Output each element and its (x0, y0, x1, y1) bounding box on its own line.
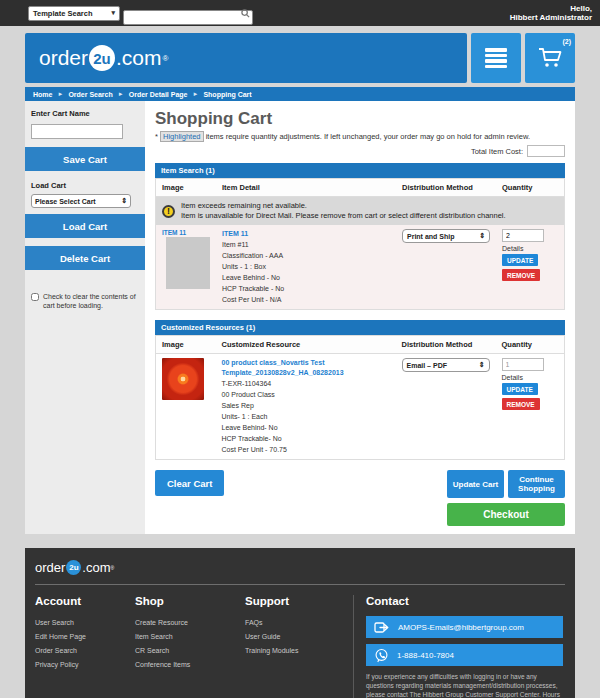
logo-pre: order (39, 46, 88, 70)
highlight-note: * Highlighted items require quantity adj… (155, 132, 565, 141)
resource-quantity-input[interactable] (502, 358, 544, 371)
clear-cart-button[interactable]: Clear Cart (155, 470, 224, 496)
note-text: items require quantity adjustments. If l… (206, 132, 530, 141)
total-cost-label: Total Item Cost: (471, 147, 523, 156)
load-cart-button[interactable]: Load Cart (25, 214, 145, 238)
resource-distribution-cell: Email – PDF ⇕ (396, 354, 496, 460)
item-details-link[interactable]: Details (502, 245, 558, 252)
item-detail-line: Cost Per Unit - N/A (222, 294, 390, 305)
footer-link-edit-home-page[interactable]: Edit Home Page (35, 630, 135, 644)
col-quantity: Quantity (496, 179, 565, 197)
top-search-input[interactable] (123, 10, 253, 25)
hamburger-icon (485, 48, 507, 68)
resource-image-cell (156, 354, 216, 460)
cart-count-badge: (2) (562, 38, 571, 45)
breadcrumb-arrow-icon: ► (118, 91, 124, 97)
user-greeting: Hello, Hibbert Administrator (510, 4, 592, 22)
footer-link-faqs[interactable]: FAQs (245, 616, 353, 630)
breadcrumb-shopping-cart[interactable]: Shopping Cart (203, 91, 251, 98)
content-area: Enter Cart Name Save Cart Load Cart Plea… (25, 101, 575, 534)
resource-distribution-select[interactable]: Email – PDF ⇕ (402, 358, 490, 372)
footer-link-order-search[interactable]: Order Search (35, 644, 135, 658)
load-cart-select[interactable]: Please Select Cart ⇕ (31, 194, 131, 208)
breadcrumb-arrow-icon: ► (57, 91, 63, 97)
resource-row: 00 product class_Novartis Test Template_… (156, 354, 565, 460)
contact-phone-button[interactable]: 1-888-410-7804 (366, 644, 563, 666)
footer-account-heading: Account (35, 595, 135, 607)
footer-link-user-search[interactable]: User Search (35, 616, 135, 630)
item-detail-line: Item #11 (222, 239, 390, 250)
item-detail-line: Leave Behind - No (222, 272, 390, 283)
greeting-username: Hibbert Administrator (510, 13, 592, 22)
footer-logo: order 2u .com ® (35, 560, 565, 575)
resource-remove-button[interactable]: REMOVE (502, 398, 540, 410)
breadcrumb-home[interactable]: Home (33, 91, 52, 98)
continue-shopping-button[interactable]: Continue Shopping (508, 470, 565, 498)
clear-cart-checkbox-label: Check to clear the contents of cart befo… (43, 292, 139, 310)
col-customized-resource: Customized Resource (216, 336, 396, 354)
site-footer: order 2u .com ® Account User Search Edit… (25, 548, 575, 698)
item-search-section-header: Item Search (1) (155, 163, 565, 178)
greeting-line1: Hello, (510, 4, 592, 13)
footer-contact-heading: Contact (366, 595, 563, 607)
resource-detail-cell: 00 product class_Novartis Test Template_… (216, 354, 396, 460)
item-image-placeholder[interactable] (166, 237, 210, 289)
resource-update-button[interactable]: UPDATE (502, 383, 538, 395)
item-quantity-input[interactable] (502, 229, 544, 242)
footer-link-training-modules[interactable]: Training Modules (245, 644, 353, 658)
footer-link-conference-items[interactable]: Conference Items (135, 658, 245, 672)
item-detail-cell: ITEM 11 Item #11 Classification - AAA Un… (216, 225, 396, 310)
item-remove-button[interactable]: REMOVE (502, 269, 540, 281)
resource-details-link[interactable]: Details (502, 374, 559, 381)
resource-name-link[interactable]: 00 product class_Novartis Test Template_… (222, 358, 390, 378)
resource-thumbnail-image[interactable] (162, 358, 204, 400)
resource-detail-line: 00 Product Class (222, 389, 390, 400)
main-panel: Shopping Cart * Highlighted items requir… (145, 101, 575, 534)
item-name-link[interactable]: ITEM 11 (222, 229, 390, 239)
note-asterisk: * (155, 132, 158, 141)
cart-name-input[interactable] (31, 124, 123, 139)
item-quantity-cell: Details UPDATE REMOVE (496, 225, 565, 310)
template-search-select[interactable]: Template Search ▾ (28, 6, 120, 21)
item-row: ITEM 11 ITEM 11 Item #11 Classification … (156, 225, 565, 310)
resource-detail-line: Leave Behind- No (222, 422, 390, 433)
select-arrows-icon: ⇕ (479, 361, 485, 369)
search-icon[interactable] (241, 9, 250, 18)
footer-shop-heading: Shop (135, 595, 245, 607)
breadcrumb-order-search[interactable]: Order Search (68, 91, 112, 98)
contact-email-button[interactable]: AMOPS-Emails@hibbertgroup.com (366, 616, 563, 638)
breadcrumb-order-detail[interactable]: Order Detail Page (129, 91, 188, 98)
warning-line1: Item exceeds remaining net available. (181, 201, 506, 211)
breadcrumb-arrow-icon: ► (192, 91, 198, 97)
footer-logo-reg: ® (111, 565, 115, 571)
save-cart-button[interactable]: Save Cart (25, 147, 145, 171)
template-search-select-value: Template Search (33, 9, 92, 18)
logo-block[interactable]: order 2u .com ® (25, 33, 467, 83)
footer-link-item-search[interactable]: Item Search (135, 630, 245, 644)
footer-link-privacy-policy[interactable]: Privacy Policy (35, 658, 135, 672)
footer-link-user-guide[interactable]: User Guide (245, 630, 353, 644)
update-cart-button[interactable]: Update Cart (447, 470, 504, 498)
total-cost-input[interactable] (527, 145, 565, 157)
clear-cart-checkbox[interactable] (31, 293, 39, 301)
item-update-button[interactable]: UPDATE (502, 254, 538, 266)
col-distribution: Distribution Method (396, 179, 496, 197)
breadcrumb: Home ► Order Search ► Order Detail Page … (25, 87, 575, 101)
checkout-button[interactable]: Checkout (447, 503, 565, 526)
logo-reg: ® (163, 54, 169, 63)
footer-vertical-divider (353, 595, 354, 698)
item-distribution-cell: Print and Ship ⇕ (396, 225, 496, 310)
menu-button[interactable] (471, 33, 521, 83)
cart-actions-right: Update Cart Continue Shopping Checkout (447, 470, 565, 526)
select-arrows-icon: ⇕ (121, 197, 127, 205)
load-cart-label: Load Cart (25, 179, 145, 192)
footer-shop-column: Shop Create Resource Item Search CR Sear… (135, 595, 245, 698)
footer-link-create-resource[interactable]: Create Resource (135, 616, 245, 630)
delete-cart-button[interactable]: Delete Cart (25, 246, 145, 270)
logo-circle: 2u (89, 45, 115, 71)
item-distribution-select[interactable]: Print and Ship ⇕ (402, 229, 490, 243)
cart-button[interactable]: (2) (525, 33, 575, 83)
cart-name-label: Enter Cart Name (25, 107, 145, 120)
footer-link-cr-search[interactable]: CR Search (135, 644, 245, 658)
select-arrows-icon: ⇕ (479, 232, 485, 240)
